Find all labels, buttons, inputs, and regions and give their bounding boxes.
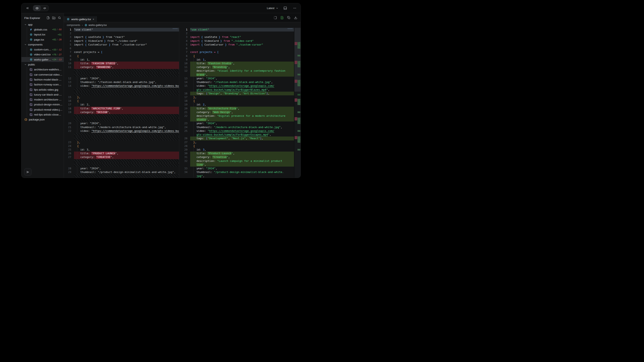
preview-toggle-button[interactable] [33, 5, 41, 11]
code-row[interactable]: 11 category: "Branding", [179, 65, 294, 69]
breadcrumb-folder[interactable]: components [67, 24, 80, 26]
code-row[interactable]: 25 id: 3, [64, 148, 179, 152]
file-item[interactable]: #globals.css+51 / -50 [22, 27, 64, 32]
code-toggle-button[interactable] [41, 5, 48, 11]
code-row[interactable]: 15 }, [64, 95, 179, 99]
file-item[interactable]: modern-architecture-… [22, 97, 64, 102]
split-view-icon[interactable] [274, 16, 277, 19]
code-row[interactable]: 28 year: "2024", [64, 167, 179, 170]
diff-pane-original[interactable]: 1"use client"23import { useState } from … [64, 28, 179, 178]
code-row[interactable]: 2 [64, 31, 179, 35]
code-row[interactable]: 22 video: "https://commondatastorage.goo… [64, 129, 179, 133]
code-row[interactable]: 20 title: "Architecture Firm", [179, 107, 294, 110]
code-row[interactable]: 4import { VideoCard } from "./video-card… [179, 39, 294, 43]
code-row[interactable]: 10 title: "Fashion Studio", [179, 61, 294, 65]
file-item[interactable]: works-galler…+24 / -13 [22, 57, 64, 62]
new-file-icon[interactable] [46, 16, 50, 19]
code-row[interactable]: 26 title: "PRODUCT LAUNCH", [64, 152, 179, 155]
code-row[interactable]: 12 year: "2024", [64, 77, 179, 80]
folder-item-components[interactable]: components [22, 42, 64, 47]
code-row[interactable]: 16 tags: ["Design", "Branding", "Art Dir… [179, 92, 294, 95]
panel-bottom-icon[interactable] [282, 5, 288, 11]
code-row[interactable]: 28 { [179, 144, 294, 148]
code-row[interactable]: 23 }, [64, 140, 179, 144]
code-row[interactable]: 1"use client" [179, 28, 294, 31]
code-row[interactable]: 22 description: "Digital presence for a … [179, 114, 294, 118]
code-row[interactable]: 8 { [64, 54, 179, 58]
code-row[interactable]: 13 thumbnail: "/fashion-model-black-and-… [64, 80, 179, 84]
download-icon[interactable] [294, 16, 297, 19]
ellipsis-icon[interactable] [292, 5, 297, 11]
code-row[interactable]: gtv-videos-bucket/sample/ForBiggerEscape… [179, 133, 294, 136]
code-row[interactable]: 16 { [64, 99, 179, 103]
code-row[interactable]: 1"use client" [64, 28, 179, 31]
code-row[interactable]: 24 { [64, 144, 179, 148]
code-row[interactable]: 8 { [179, 54, 294, 58]
file-item[interactable]: page.tsx+81 / -28 [22, 37, 64, 42]
code-row[interactable]: 7const projects = [ [64, 50, 179, 54]
code-row[interactable]: 9 id: 1, [179, 58, 294, 61]
file-item[interactable]: fashion-runway-scen… [22, 82, 64, 87]
close-icon[interactable]: × [93, 18, 94, 21]
code-row[interactable]: 6 [64, 46, 179, 50]
code-row[interactable]: 5import { CustomCursor } from "./custom-… [179, 43, 294, 46]
file-item[interactable]: luxury-car-black-and-… [22, 92, 64, 97]
chevrons-left-icon[interactable] [25, 5, 30, 11]
code-row[interactable]: 29 id: 3, [179, 148, 294, 152]
collapse-sidebar-button[interactable] [24, 168, 32, 176]
file-item[interactable]: custom-curs…+33 / -12 [22, 47, 64, 52]
overview-ruler[interactable] [294, 28, 300, 178]
scrollbar-thumb[interactable] [288, 28, 293, 29]
file-item[interactable]: video-card.tsx+76 / -27 [22, 52, 64, 57]
breadcrumb-file[interactable]: works-gallery.tsx [88, 24, 107, 26]
code-row[interactable]: 2 [179, 31, 294, 35]
code-row[interactable]: 27 category: "CREATIVE", [64, 155, 179, 159]
code-row[interactable]: 33 year: "2024", [179, 167, 294, 170]
code-row[interactable]: 26 tags: ["Development", "Next.js", "Rea… [179, 136, 294, 140]
file-item[interactable]: product-reveal-video.j… [22, 107, 64, 112]
file-item[interactable]: layout.tsx+51 [22, 32, 64, 37]
code-row[interactable]: 31 category: "Creative", [179, 155, 294, 159]
version-dropdown[interactable]: Latest [267, 6, 278, 10]
folder-item-app[interactable]: app [22, 22, 64, 27]
file-item[interactable]: {}package.json [22, 117, 64, 122]
code-row[interactable]: 3import { useState } from "react" [179, 35, 294, 39]
code-row[interactable]: 5import { CustomCursor } from "./custom-… [64, 43, 179, 46]
code-row[interactable]: 14 video: "https://commondatastorage.goo… [64, 84, 179, 88]
folder-item-public[interactable]: public [22, 62, 64, 67]
code-row[interactable]: 27 }, [179, 140, 294, 144]
code-row[interactable]: 4import { VideoCard } from "./video-card… [64, 39, 179, 43]
code-row[interactable]: 3import { useState } from "react" [64, 35, 179, 39]
code-row[interactable]: 11 category: "BRANDING", [64, 65, 179, 69]
search-icon[interactable] [58, 16, 61, 19]
diff-pane-modified[interactable]: 1"use client"23import { useState } from … [179, 28, 300, 178]
code-row[interactable]: 17 id: 2, [64, 103, 179, 106]
code-row[interactable]: 32 description: "Launch campaign for a m… [179, 159, 294, 163]
code-row[interactable]: gtv-videos-bucket/sample/ForBiggerBlazes… [179, 88, 294, 92]
code-row[interactable]: studio", [179, 118, 294, 121]
code-row[interactable]: 18 title: "ARCHITECTURE FIRM", [64, 107, 179, 110]
code-row[interactable]: 10 title: "FASHION STUDIO", [64, 61, 179, 65]
code-row[interactable]: 25 video: "https://commondatastorage.goo… [179, 129, 294, 133]
code-row[interactable]: 23 year: "2024", [179, 121, 294, 125]
tab-works-gallery[interactable]: works-gallery.tsx × [64, 16, 97, 22]
code-row[interactable]: 30 title: "Product Launch", [179, 152, 294, 155]
file-item[interactable]: red-lips-artistic-close… [22, 112, 64, 117]
code-row[interactable]: 21 thumbnail: "/modern-architecture-blac… [64, 125, 179, 129]
file-item[interactable]: fashion-model-black-… [22, 77, 64, 82]
code-row[interactable]: 20 year: "2024", [64, 121, 179, 125]
code-row[interactable]: 19 id: 2, [179, 103, 294, 106]
code-row[interactable]: line", [179, 163, 294, 167]
code-row[interactable]: 24 thumbnail: "/modern-architecture-blac… [179, 125, 294, 129]
new-folder-icon[interactable] [52, 16, 56, 19]
file-item[interactable]: product-design-minim… [22, 102, 64, 107]
code-row[interactable]: 13 year: "2024", [179, 77, 294, 80]
code-row[interactable]: 9 id: 1, [64, 58, 179, 61]
code-row[interactable]: brand", [179, 73, 294, 77]
code-row[interactable]: 18 { [179, 99, 294, 103]
code-row[interactable]: 17 }, [179, 95, 294, 99]
code-row[interactable]: 21 category: "Web Design", [179, 110, 294, 114]
code-row[interactable]: 19 category: "DESIGN", [64, 110, 179, 114]
code-row[interactable]: jpg", [179, 174, 294, 178]
code-row[interactable]: 15 video: "https://commondatastorage.goo… [179, 84, 294, 88]
